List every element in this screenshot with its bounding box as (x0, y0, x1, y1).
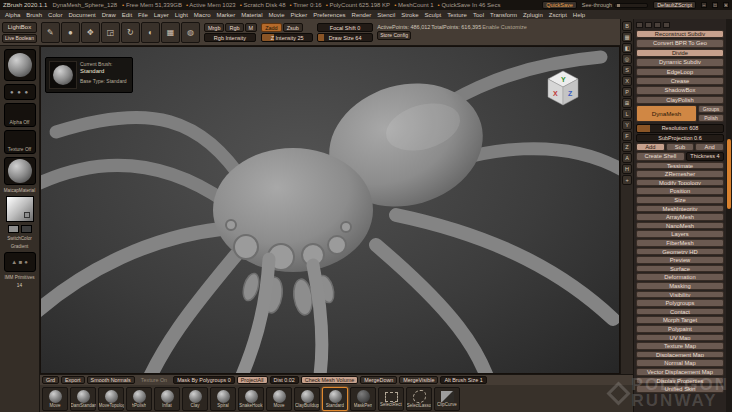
menu-item[interactable]: Document (65, 12, 98, 18)
panel-button[interactable]: Divide (636, 49, 724, 57)
imm-primitives-thumbnail[interactable]: ▲ ■ ● (4, 252, 36, 272)
paint-icon[interactable]: ◐ (141, 22, 160, 43)
focal-shift-slider[interactable]: Focal Shift 0 (317, 23, 373, 32)
panel-button[interactable]: Vector Displacement Map (636, 368, 724, 376)
check-mesh-volume-button[interactable]: Check Mesh Volume (301, 376, 358, 384)
draw-size-slider[interactable]: Draw Size 64 (317, 33, 373, 42)
scroll-icon[interactable]: + (622, 175, 632, 185)
alt-brush-size-slider[interactable]: Alt Brush Size 1 (440, 376, 486, 384)
tray-brush[interactable]: ClipCurve (434, 387, 460, 411)
rgb-intensity-slider[interactable]: Rgb Intensity (204, 33, 256, 42)
panel-button[interactable]: ArrayMesh (636, 213, 724, 221)
panel-button[interactable]: Layers (636, 230, 724, 238)
rotate-icon[interactable]: ↻ (121, 22, 140, 43)
panel-button[interactable]: Modify Topology (636, 179, 724, 187)
lsym-icon[interactable]: Y (622, 120, 632, 130)
tray-brush[interactable]: hPolish (126, 387, 152, 411)
panel-button[interactable]: FiberMesh (636, 239, 724, 247)
palette-scrollbar-thumb[interactable] (727, 139, 731, 209)
menu-item[interactable]: Render (349, 12, 375, 18)
panel-button[interactable]: Polygroups (636, 299, 724, 307)
live-boolean-toggle[interactable]: Live Boolean (2, 34, 37, 43)
store-config-button[interactable]: Store Config (377, 31, 411, 40)
menu-item[interactable]: Zplugin (520, 12, 546, 18)
stroke-selector[interactable]: ● ● ● (4, 84, 36, 100)
palette-pin-icon[interactable] (636, 22, 643, 28)
tray-brush[interactable]: SelectRect (378, 387, 404, 411)
camview-gizmo[interactable]: Y X Z (545, 69, 581, 109)
panel-button[interactable]: Visibility (636, 291, 724, 299)
tray-brush[interactable]: MaskPen (350, 387, 376, 411)
palette-scrollbar[interactable] (726, 19, 732, 412)
menu-item[interactable]: Tool (470, 12, 487, 18)
dynamesh-groups-toggle[interactable]: Groups (698, 105, 724, 113)
z-intensity-slider[interactable]: Z Intensity 25 (261, 33, 313, 42)
panel-button[interactable]: Position (636, 187, 724, 195)
edit-icon[interactable]: ✎ (41, 22, 60, 43)
m-button[interactable]: M (245, 23, 258, 32)
tray-brush[interactable]: Inflat (154, 387, 180, 411)
create-shell-button[interactable]: Create Shell (636, 152, 685, 160)
tray-brush[interactable]: SelectLasso (406, 387, 432, 411)
move-icon[interactable]: ✥ (81, 22, 100, 43)
menu-item[interactable]: Macro (191, 12, 214, 18)
panel-button[interactable]: Displacement Map (636, 351, 724, 359)
panel-button[interactable]: Tessimate (636, 162, 724, 170)
grid-toggle[interactable]: Grd (42, 376, 59, 384)
texture-selector[interactable]: Texture Off (4, 130, 36, 154)
current-brush-thumbnail[interactable] (4, 49, 36, 81)
panel-button[interactable]: Reconstruct Subdiv (636, 30, 724, 38)
menu-item[interactable]: Help (570, 12, 588, 18)
dynamesh-resolution-slider[interactable]: Resolution 608 (636, 124, 724, 132)
panel-button[interactable]: UV Map (636, 334, 724, 342)
frame-icon[interactable]: F (622, 131, 632, 141)
menu-item[interactable]: Material (238, 12, 265, 18)
menu-item[interactable]: Transform (487, 12, 520, 18)
lightbox-button[interactable]: LightBox (2, 22, 37, 33)
transparent-icon[interactable]: ◧ (622, 43, 632, 53)
zoom-icon[interactable]: Z (622, 142, 632, 152)
wireframe-icon[interactable]: ▦ (161, 22, 180, 43)
dist-slider[interactable]: Dist 0.02 (270, 376, 299, 384)
tray-brush[interactable]: Move (266, 387, 292, 411)
panel-button[interactable]: Size (636, 196, 724, 204)
panel-button[interactable]: Surface (636, 265, 724, 273)
panel-button[interactable]: ClayPolish (636, 96, 724, 104)
menu-item[interactable]: Movie (266, 12, 288, 18)
menu-item[interactable]: Zscript (546, 12, 570, 18)
xpose-icon[interactable]: X (622, 76, 632, 86)
menu-item[interactable]: Preferences (310, 12, 348, 18)
menu-item[interactable]: Light (172, 12, 191, 18)
menu-item[interactable]: Draw (99, 12, 119, 18)
tray-brush[interactable]: Clay (182, 387, 208, 411)
zadd-button[interactable]: Zadd (261, 23, 282, 32)
dynamesh-polish-toggle[interactable]: Polish (698, 114, 724, 122)
enable-customize-label[interactable]: Enable Customize (482, 24, 527, 30)
panel-button[interactable]: Masking (636, 282, 724, 290)
zsub-button[interactable]: Zsub (283, 23, 303, 32)
tray-brush[interactable]: ClayBuildup (294, 387, 320, 411)
solo-icon[interactable]: S (622, 65, 632, 75)
panel-button[interactable]: Convert BPR To Geo (636, 39, 724, 47)
alpha-selector[interactable]: Alpha Off (4, 103, 36, 127)
material-icon[interactable]: ◍ (181, 22, 200, 43)
tray-brush[interactable]: Spiral (210, 387, 236, 411)
switch-color-label[interactable]: SwitchColor (7, 236, 32, 241)
merge-down-button[interactable]: MergeDown (360, 376, 397, 384)
gradient-label[interactable]: Gradient (11, 244, 29, 249)
panel-button[interactable]: ShadowBox (636, 86, 724, 94)
scale-icon[interactable]: ◲ (101, 22, 120, 43)
see-through-slider[interactable]: See-through (582, 2, 648, 8)
panel-button[interactable]: EdgeLoop (636, 68, 724, 76)
window-minimize-icon[interactable]: – (701, 2, 707, 8)
panel-button[interactable]: Contact (636, 308, 724, 316)
aahalf-icon[interactable]: H (622, 164, 632, 174)
persp-icon[interactable]: P (622, 87, 632, 97)
dynamesh-button[interactable]: DynaMesh (636, 105, 697, 122)
panel-button[interactable]: NanoMesh (636, 222, 724, 230)
dynamesh-sub-button[interactable]: Sub (666, 143, 695, 151)
menu-item[interactable]: Stencil (374, 12, 398, 18)
smooth-normals-button[interactable]: Smooth Normals (87, 376, 135, 384)
project-all-button[interactable]: ProjectAll (237, 376, 268, 384)
tray-brush[interactable]: Move (42, 387, 68, 411)
